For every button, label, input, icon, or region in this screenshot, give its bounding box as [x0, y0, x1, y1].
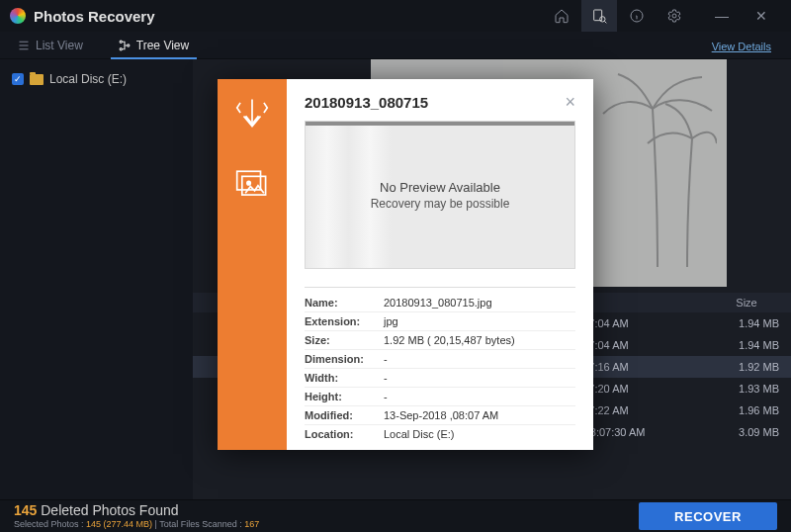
- svg-rect-0: [594, 10, 602, 21]
- no-preview-text: No Preview Available: [380, 180, 500, 195]
- footer-bar: 145 Deleted Photos Found Selected Photos…: [0, 499, 791, 532]
- file-details-list: Name:20180913_080715.jpg Extension:jpg S…: [305, 287, 575, 443]
- tab-tree-label: Tree View: [136, 39, 189, 52]
- settings-button[interactable]: [657, 0, 692, 32]
- folder-icon: [30, 74, 44, 85]
- svg-point-9: [247, 181, 250, 184]
- view-tabs: List View Tree View View Details: [0, 32, 791, 59]
- svg-point-3: [672, 14, 676, 18]
- home-button[interactable]: [544, 0, 579, 32]
- col-header-size[interactable]: Size: [702, 297, 791, 309]
- close-window-button[interactable]: ✕: [742, 0, 781, 32]
- tab-list-label: List View: [36, 39, 83, 52]
- download-arrow-icon: [235, 97, 269, 144]
- recovery-possible-text: Recovery may be possible: [371, 197, 510, 211]
- view-details-link[interactable]: View Details: [712, 41, 771, 52]
- tab-list-view[interactable]: List View: [0, 32, 101, 58]
- app-logo-icon: [10, 8, 26, 24]
- sidebar-tree: ✓ Local Disc (E:): [0, 59, 193, 499]
- preview-unavailable-box: No Preview Available Recovery may be pos…: [305, 121, 575, 269]
- modal-close-button[interactable]: ×: [565, 93, 575, 111]
- footer-subtitle: Selected Photos : 145 (277.44 MB) | Tota…: [14, 519, 259, 530]
- title-bar: Photos Recovery — ✕: [0, 0, 791, 32]
- footer-title: 145 Deleted Photos Found: [14, 502, 259, 519]
- deep-scan-button[interactable]: [581, 0, 617, 32]
- modal-title: 20180913_080715: [305, 94, 428, 111]
- file-details-modal: 20180913_080715 × No Preview Available R…: [218, 79, 593, 450]
- tree-node-label: Local Disc (E:): [49, 72, 127, 86]
- app-title: Photos Recovery: [34, 8, 155, 25]
- tree-node-checkbox[interactable]: ✓: [12, 73, 24, 85]
- tab-tree-view[interactable]: Tree View: [101, 32, 207, 58]
- minimize-button[interactable]: —: [702, 0, 742, 32]
- info-button[interactable]: [619, 0, 655, 32]
- picture-stack-icon: [235, 169, 269, 203]
- recover-button[interactable]: RECOVER: [639, 502, 777, 530]
- modal-side-panel: [218, 79, 287, 450]
- tree-node-local-disc[interactable]: ✓ Local Disc (E:): [12, 69, 181, 89]
- svg-point-1: [600, 17, 605, 22]
